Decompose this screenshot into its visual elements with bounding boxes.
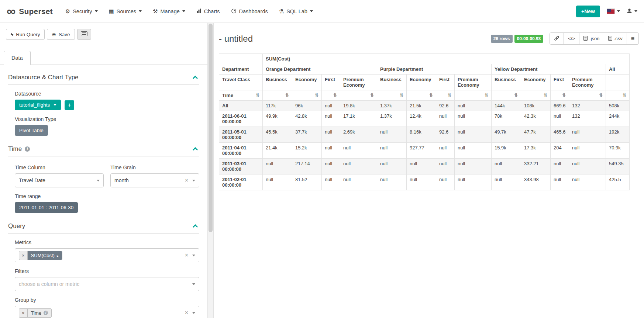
value-cell: null — [322, 101, 340, 111]
pivot-table-head: SUM(Cost)DepartmentOrange DepartmentPurp… — [219, 54, 630, 101]
time-sort-header[interactable]: Time — [219, 90, 263, 101]
chart-area: - untitled 26 rows 00:00:00.93 </> .json… — [214, 23, 644, 318]
run-query-button[interactable]: Run Query — [6, 29, 45, 40]
add-datasource-button[interactable]: + — [65, 100, 74, 110]
clear-icon[interactable] — [185, 252, 188, 258]
wrench-icon — [153, 8, 158, 14]
nav-item-charts[interactable]: Charts — [196, 8, 220, 14]
sort-icon[interactable] — [285, 93, 289, 98]
tab-data[interactable]: Data — [4, 51, 31, 65]
chevron-up-icon — [193, 76, 198, 81]
sort-icon[interactable] — [256, 93, 259, 98]
time-range-field: Time range 2011-01-01 : 2011-06-30 — [15, 193, 199, 213]
sort-icon[interactable] — [333, 93, 337, 98]
language-selector[interactable] — [607, 8, 620, 14]
link-icon — [554, 35, 559, 42]
value-cell: 12.4k — [407, 111, 436, 127]
column-sort-header[interactable] — [551, 90, 569, 101]
filters-select[interactable]: choose a column or metric — [15, 277, 199, 291]
value-cell: null — [492, 159, 521, 174]
department-header-cell: Orange Department — [263, 64, 377, 75]
column-sort-header[interactable] — [436, 90, 455, 101]
metric-tag-label[interactable]: SUM(Cost) — [31, 253, 55, 258]
nav-item-sql-lab[interactable]: SQL Lab — [279, 8, 313, 14]
sort-icon[interactable] — [485, 93, 488, 98]
scrollbar-thumb[interactable] — [209, 24, 213, 232]
group-by-select[interactable]: Time — [15, 306, 199, 318]
sort-icon[interactable] — [514, 93, 518, 98]
time-column-select[interactable]: Travel Date — [15, 173, 104, 187]
time-grain-label: Time Grain — [110, 165, 199, 170]
value-cell: 1.37k — [377, 111, 407, 127]
nav-item-manage[interactable]: Manage — [153, 8, 185, 14]
time-range-button[interactable]: 2011-01-01 : 2011-06-30 — [15, 202, 78, 213]
keyboard-shortcuts-button[interactable] — [77, 29, 91, 40]
sort-icon[interactable] — [544, 93, 547, 98]
sort-icon[interactable] — [370, 93, 374, 98]
clear-icon[interactable] — [185, 310, 188, 316]
time-grain-value: month — [114, 177, 129, 183]
table-row: 2011-04-01 00:00:0021.4k15.2knullnullnul… — [219, 143, 630, 159]
metrics-select[interactable]: SUM(Cost) — [15, 248, 199, 262]
value-cell: null — [436, 174, 455, 190]
value-cell: null — [407, 174, 436, 190]
chevron-down-icon — [192, 283, 195, 285]
value-cell: 15.2k — [292, 143, 322, 159]
nav-item-dashboards[interactable]: Dashboards — [231, 8, 268, 14]
section-query-header[interactable]: Query — [8, 222, 199, 234]
filters-label: Filters — [15, 268, 199, 274]
column-sort-header[interactable] — [407, 90, 436, 101]
value-cell: null — [322, 159, 340, 174]
plus-circle-icon — [52, 31, 56, 37]
value-cell: null — [263, 174, 292, 190]
column-sort-header[interactable] — [569, 90, 606, 101]
metric-header-cell: SUM(Cost) — [263, 54, 630, 64]
sort-icon[interactable] — [599, 93, 603, 98]
short-link-button[interactable] — [550, 32, 564, 45]
column-sort-header[interactable] — [377, 90, 407, 101]
metric-header-row: SUM(Cost) — [219, 54, 630, 64]
run-query-label: Run Query — [16, 32, 40, 37]
user-menu[interactable] — [627, 8, 637, 15]
column-sort-header[interactable] — [292, 90, 322, 101]
export-csv-button[interactable]: .csv — [604, 32, 627, 45]
travel-class-header-cell: Business — [263, 75, 292, 90]
column-sort-header[interactable] — [606, 90, 630, 101]
export-json-button[interactable]: .json — [579, 32, 604, 45]
travel-class-header-cell: Premium Economy — [569, 75, 606, 90]
chevron-down-icon — [634, 10, 637, 12]
sort-icon[interactable] — [623, 93, 626, 98]
time-grain-select[interactable]: month — [110, 173, 199, 187]
sort-icon[interactable] — [429, 93, 433, 98]
nav-item-security[interactable]: Security — [65, 8, 98, 14]
column-sort-header[interactable] — [455, 90, 492, 101]
value-cell: 21.4k — [263, 143, 292, 159]
datasource-select-button[interactable]: tutorial_flights — [15, 100, 61, 110]
column-sort-header[interactable] — [263, 90, 292, 101]
column-sort-header[interactable] — [492, 90, 521, 101]
new-button[interactable]: +New — [576, 6, 600, 17]
save-button[interactable]: Save — [47, 29, 75, 40]
column-sort-header[interactable] — [521, 90, 551, 101]
value-cell: 47.7k — [521, 127, 551, 143]
group-by-label: Group by — [15, 297, 199, 303]
section-datasource-header[interactable]: Datasource & Chart Type — [8, 74, 199, 85]
value-cell: 21.5k — [407, 101, 436, 111]
remove-tag-icon[interactable] — [19, 251, 28, 260]
remove-tag-icon[interactable] — [19, 309, 28, 317]
sort-icon[interactable] — [448, 93, 451, 98]
sort-icon[interactable] — [400, 93, 403, 98]
chart-title[interactable]: - untitled — [219, 34, 253, 44]
visualization-type-button[interactable]: Pivot Table — [15, 125, 48, 136]
superset-logo[interactable]: Superset — [7, 6, 53, 17]
view-query-button[interactable]: </> — [564, 32, 579, 45]
section-time-header[interactable]: Time — [8, 145, 199, 156]
menu-button[interactable] — [627, 32, 639, 45]
column-sort-header[interactable] — [322, 90, 340, 101]
sort-icon[interactable] — [562, 93, 566, 98]
sort-icon[interactable] — [315, 93, 318, 98]
nav-item-sources[interactable]: Sources — [109, 8, 142, 14]
panel-scrollbar[interactable] — [207, 23, 214, 318]
clear-icon[interactable] — [185, 177, 188, 183]
column-sort-header[interactable] — [340, 90, 377, 101]
